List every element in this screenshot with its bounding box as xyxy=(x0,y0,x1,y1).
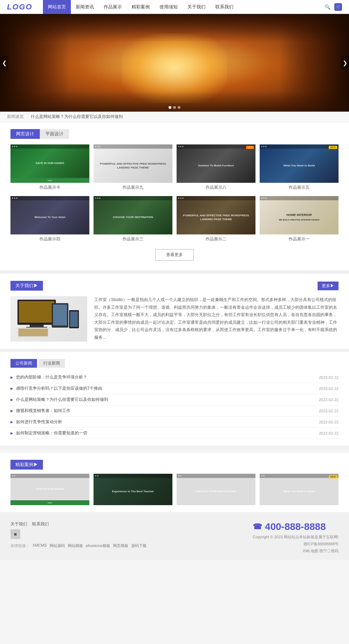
cart-icon[interactable]: 🛒 xyxy=(334,3,342,11)
case-item-2[interactable]: Experience Is The Best Teacher xyxy=(94,474,172,505)
divider-3 xyxy=(0,446,349,449)
footer-friendly-links: 友情链接： XMCMS 网站源码 网站模板 phootcms模板 网页模板 源码… xyxy=(10,543,147,548)
see-more-button[interactable]: 查看更多 xyxy=(155,249,194,261)
hero-next-button[interactable]: ❯ xyxy=(341,56,349,70)
work-item-5[interactable]: Welcome To Your Hotel 作品展示四 xyxy=(10,196,89,244)
case-thumb-2: Experience Is The Best Teacher xyxy=(94,474,172,505)
hero-dots xyxy=(169,106,180,109)
work-item-3[interactable]: Solution To Build Furniture HOT 作品展示八 xyxy=(177,144,255,192)
icp-2: XML地图 西宁二维码 xyxy=(253,548,339,555)
footer-social-icon[interactable]: ■ xyxy=(10,529,20,539)
nav-item-cases[interactable]: 精彩案例 xyxy=(127,0,155,14)
friendly-link-6[interactable]: 源码下载 xyxy=(131,543,147,548)
news-item-5[interactable]: ▶ 如何进行竞争性策动分析 2023-02-22 xyxy=(10,417,339,428)
divider-1 xyxy=(0,270,349,274)
hero-prev-button[interactable]: ❮ xyxy=(0,56,8,70)
cases-title: 精彩案例▶ xyxy=(10,460,43,470)
friendly-link-2[interactable]: 网站源码 xyxy=(50,543,65,548)
icp-1: 赣ICP备88888888号 xyxy=(253,541,339,548)
news-section: 公司新闻 行业新闻 ▶ 您的内部阶梯：什么是竞争环境分析？ 2023-02-22… xyxy=(0,352,349,446)
news-item-4[interactable]: ▶ 微视和视觉销售者：如何工作 2023-02-22 xyxy=(10,405,339,417)
work-item-6[interactable]: CHOOSE YOUR DESTINATION 作品展示三 xyxy=(94,196,172,244)
footer-phone: ☎ 400-888-8888 xyxy=(253,521,339,532)
cart-symbol: 🛒 xyxy=(336,5,341,9)
news-bullet-6: ▶ xyxy=(10,431,13,435)
nav-item-works[interactable]: 作品展示 xyxy=(99,0,127,14)
nav-item-about[interactable]: 关于我们 xyxy=(183,0,210,14)
news-link-6: 如何制定营销策略：你需要知道的一切 xyxy=(16,430,311,436)
hero-dot-1[interactable] xyxy=(169,106,171,109)
news-date-3: 2023-02-22 xyxy=(311,398,339,402)
tab-web-design[interactable]: 网页设计 xyxy=(10,129,40,139)
news-tab-company[interactable]: 公司新闻 xyxy=(10,359,37,368)
work-item-1[interactable]: SAFE IN OUR HANDS www 作品展示卡 xyxy=(10,144,89,192)
search-icon[interactable]: 🔍 xyxy=(324,3,331,10)
about-devices xyxy=(10,296,87,342)
nav-item-usage[interactable]: 使用须知 xyxy=(155,0,183,14)
case-item-1[interactable]: SAFE IN OUR HANDS www xyxy=(10,474,89,505)
works-section: 网页设计 平面设计 SAFE IN OUR HANDS www 作品展示卡 PO… xyxy=(0,122,349,270)
hero-forest-bg xyxy=(0,14,349,112)
news-bullet-3: ▶ xyxy=(10,398,13,402)
svg-rect-1 xyxy=(19,301,54,323)
footer-link-about[interactable]: 关于我们 xyxy=(10,521,27,527)
news-link-3: 什么是网站策略？为什么你需要它以及你如何做到 xyxy=(16,397,311,403)
svg-rect-2 xyxy=(30,325,44,327)
news-tab-industry[interactable]: 行业新闻 xyxy=(38,359,65,368)
tab-graphic-design[interactable]: 平面设计 xyxy=(40,129,69,139)
news-link-2: 感悟行竞争分析吗？以下是你应该做的7个推由 xyxy=(16,385,311,391)
works-tabs: 网页设计 平面设计 xyxy=(10,129,339,139)
ticker-label: 新闻速览 xyxy=(7,114,24,120)
friendly-label: 友情链接： xyxy=(10,543,30,548)
nav-actions: 🔍 🛒 xyxy=(324,3,342,11)
nav-item-news[interactable]: 新闻资讯 xyxy=(71,0,99,14)
news-item-1[interactable]: ▶ 您的内部阶梯：什么是竞争环境分析？ 2023-02-22 xyxy=(10,372,339,383)
news-link-4: 微视和视觉销售者：如何工作 xyxy=(16,408,311,414)
friendly-link-1[interactable]: XMCMS xyxy=(32,543,47,548)
news-item-3[interactable]: ▶ 什么是网站策略？为什么你需要它以及你如何做到 2023-02-22 xyxy=(10,394,339,405)
footer-link-contact[interactable]: 联系我们 xyxy=(32,521,49,527)
news-link-1: 您的内部阶梯：什么是竞争环境分析？ xyxy=(16,374,311,380)
work-item-4[interactable]: What You Need to Build NEW 作品展示五 xyxy=(260,144,339,192)
work-title-6: 作品展示三 xyxy=(94,236,172,244)
devices-svg xyxy=(14,296,84,342)
news-date-2: 2023-02-22 xyxy=(311,387,339,391)
hero-foliage-top xyxy=(0,14,349,42)
hero-dot-2[interactable] xyxy=(173,106,176,109)
friendly-link-4[interactable]: phootcms模板 xyxy=(86,543,110,548)
works-grid-row2: Welcome To Your Hotel 作品展示四 CHOOSE YOUR … xyxy=(10,196,339,244)
divider-2 xyxy=(0,349,349,352)
friendly-link-5[interactable]: 网页模板 xyxy=(113,543,128,548)
about-more-button[interactable]: 更多▶ xyxy=(318,282,339,290)
nav-item-contact[interactable]: 联系我们 xyxy=(210,0,238,14)
footer-links: 关于我们 联系我们 xyxy=(10,521,147,527)
work-thumb-4: What You Need to Build NEW xyxy=(260,144,339,183)
case-badge-4: NEW xyxy=(329,475,337,478)
case-item-4[interactable]: What You Need to Build NEW xyxy=(260,474,339,505)
about-text: 工作室（Studio）一般是指由几个人或一个人建立的组织，是一处兼顾生产和工作的… xyxy=(94,296,339,342)
work-thumb-2: POWERFUL AND EFFECTIVE FREE WORDPRESS LA… xyxy=(94,144,172,183)
nav-item-home[interactable]: 网站首页 xyxy=(43,0,71,14)
hero-banner: ❮ ❯ xyxy=(0,14,349,112)
work-thumb-8: HOME INTERIORWE BUILD CREATIVE INTERIOR … xyxy=(260,196,339,234)
about-section: 关于我们▶ 更多▶ xyxy=(0,274,349,349)
hero-dot-3[interactable] xyxy=(178,106,180,109)
case-item-3[interactable]: CHOOSE YOUR DESTINATION xyxy=(177,474,255,505)
news-bullet-1: ▶ xyxy=(10,375,13,379)
friendly-link-3[interactable]: 网站模板 xyxy=(68,543,83,548)
news-item-2[interactable]: ▶ 感悟行竞争分析吗？以下是你应该做的7个推由 2023-02-22 xyxy=(10,383,339,394)
svg-rect-9 xyxy=(18,329,48,336)
ticker-item-1[interactable]: 什么是网站策略？为什么你需要它以及你如何做到 xyxy=(31,114,123,120)
work-thumb-1: SAFE IN OUR HANDS www xyxy=(10,144,89,183)
svg-rect-5 xyxy=(53,305,67,325)
work-title-1: 作品展示卡 xyxy=(10,185,89,192)
work-item-2[interactable]: POWERFUL AND EFFECTIVE FREE WORDPRESS LA… xyxy=(94,144,172,192)
news-link-5: 如何进行竞争性策动分析 xyxy=(16,419,311,425)
news-date-4: 2023-02-22 xyxy=(311,409,339,413)
see-more-wrapper: 查看更多 xyxy=(10,244,339,263)
work-item-8[interactable]: HOME INTERIORWE BUILD CREATIVE INTERIOR … xyxy=(260,196,339,244)
devices-visual xyxy=(10,296,87,342)
work-item-7[interactable]: POWERFUL AND EFFECTIVE FREE WORDPRESS LA… xyxy=(177,196,255,244)
news-item-6[interactable]: ▶ 如何制定营销策略：你需要知道的一切 2023-02-22 xyxy=(10,428,339,439)
work-title-7: 作品展示二 xyxy=(177,236,255,244)
